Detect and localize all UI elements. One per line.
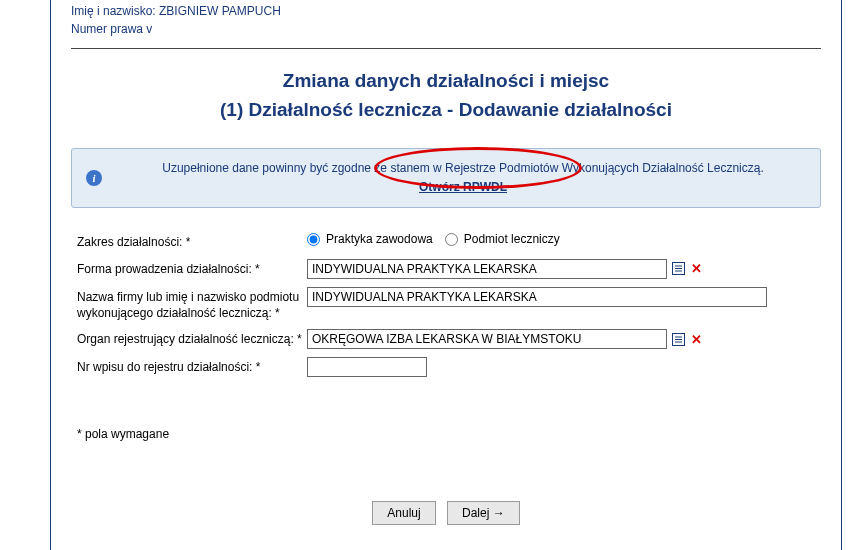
nazwa-label: Nazwa firmy lub imię i nazwisko podmiotu… — [77, 287, 307, 321]
forma-label: Forma prowadzenia działalności: * — [77, 259, 307, 278]
open-rpwdl-link[interactable]: Otwórz RPWDL — [419, 180, 507, 194]
header-line1: Imię i nazwisko: ZBIGNIEW PAMPUCH — [71, 2, 821, 20]
forma-input[interactable] — [307, 259, 667, 279]
info-text: Uzupełnione dane powinny być zgodne ze s… — [162, 161, 764, 175]
zakres-radio-podmiot[interactable] — [445, 233, 458, 246]
organ-delete-icon[interactable]: ✕ — [689, 332, 704, 347]
forma-delete-icon[interactable]: ✕ — [689, 261, 704, 276]
zakres-radio-praktyka[interactable] — [307, 233, 320, 246]
cancel-button[interactable]: Anuluj — [372, 501, 435, 525]
nrwpisu-label: Nr wpisu do rejestru działalności: * — [77, 357, 307, 376]
page-title-line1: Zmiana danych działalności i miejsc — [71, 67, 821, 96]
zakres-opt2-label: Podmiot leczniczy — [464, 232, 560, 246]
nazwa-input[interactable] — [307, 287, 767, 307]
page-title-line2: (1) Działalność lecznicza - Dodawanie dz… — [71, 96, 821, 125]
info-icon: i — [86, 170, 102, 186]
organ-picker-icon[interactable] — [671, 332, 685, 346]
info-box: i Uzupełnione dane powinny być zgodne ze… — [71, 148, 821, 208]
divider — [71, 48, 821, 49]
organ-label: Organ rejestrujący działalność leczniczą… — [77, 329, 307, 348]
organ-input[interactable] — [307, 329, 667, 349]
next-button[interactable]: Dalej → — [447, 501, 520, 525]
header-line2: Numer prawa v — [71, 20, 821, 38]
zakres-opt1-label: Praktyka zawodowa — [326, 232, 433, 246]
nrwpisu-input[interactable] — [307, 357, 427, 377]
required-note: * pola wymagane — [77, 427, 821, 441]
forma-picker-icon[interactable] — [671, 262, 685, 276]
zakres-label: Zakres działalności: * — [77, 232, 307, 251]
header-info: Imię i nazwisko: ZBIGNIEW PAMPUCH Numer … — [71, 0, 821, 44]
page-title: Zmiana danych działalności i miejsc (1) … — [71, 67, 821, 124]
